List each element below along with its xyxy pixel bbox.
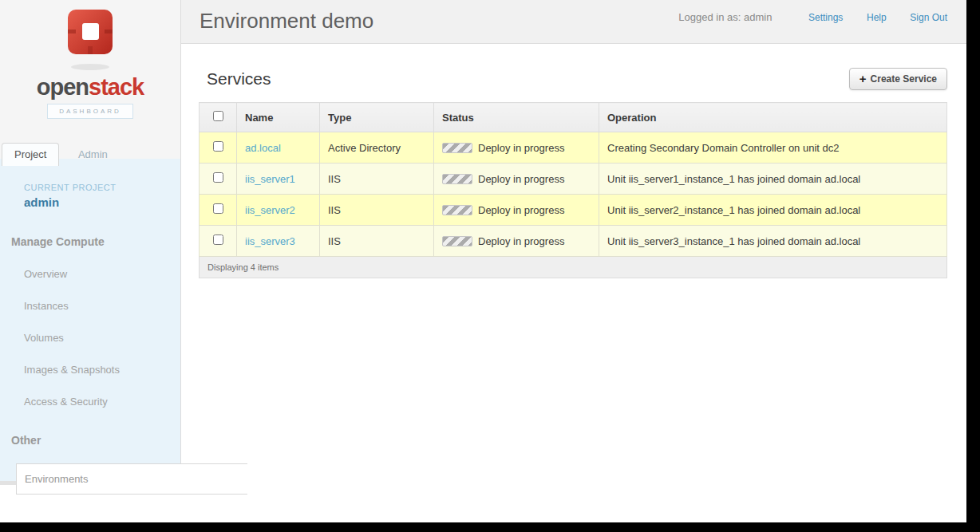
openstack-cube-icon bbox=[65, 8, 115, 72]
openstack-logo: openstack DASHBOARD bbox=[0, 0, 180, 119]
services-table: Name Type Status Operation ad.local Acti… bbox=[199, 102, 947, 278]
row-checkbox[interactable] bbox=[213, 234, 223, 245]
service-operation: Creating Secondary Domain Controller on … bbox=[599, 132, 947, 164]
sign-out-link[interactable]: Sign Out bbox=[910, 12, 947, 23]
service-name-link[interactable]: iis_server1 bbox=[245, 173, 295, 185]
select-all-cell bbox=[200, 103, 237, 132]
service-type: Active Directory bbox=[320, 132, 434, 164]
column-header-name: Name bbox=[237, 103, 320, 132]
page-header: Environment demo Logged in as: admin Set… bbox=[181, 0, 966, 44]
sidebar-panel: CURRENT PROJECT admin Manage Compute Ove… bbox=[0, 159, 180, 481]
service-status: Deploy in progress bbox=[478, 173, 564, 185]
table-row: iis_server1 IIS Deploy in progress Unit … bbox=[200, 164, 947, 195]
create-service-label: Create Service bbox=[871, 73, 937, 85]
create-service-button[interactable]: + Create Service bbox=[849, 68, 947, 90]
row-checkbox[interactable] bbox=[213, 203, 223, 214]
wordmark-open: open bbox=[37, 74, 89, 100]
table-row: iis_server2 IIS Deploy in progress Unit … bbox=[200, 195, 947, 226]
progress-bar-icon bbox=[442, 174, 472, 184]
table-row: iis_server3 IIS Deploy in progress Unit … bbox=[200, 226, 947, 257]
service-type: IIS bbox=[320, 164, 434, 195]
desktop-bottom-strip bbox=[0, 522, 980, 532]
current-project-label: CURRENT PROJECT bbox=[24, 183, 180, 192]
sidebar-item-environments[interactable]: Environments bbox=[16, 463, 247, 495]
table-row: ad.local Active Directory Deploy in prog… bbox=[200, 132, 947, 164]
tab-project[interactable]: Project bbox=[2, 143, 59, 166]
table-header-row: Name Type Status Operation bbox=[200, 103, 947, 132]
service-type: IIS bbox=[320, 226, 434, 257]
row-checkbox[interactable] bbox=[213, 172, 223, 183]
column-header-operation: Operation bbox=[599, 103, 947, 132]
sidebar-item-overview[interactable]: Overview bbox=[24, 268, 180, 280]
settings-link[interactable]: Settings bbox=[808, 12, 843, 23]
service-operation: Unit iis_server1_instance_1 has joined d… bbox=[599, 164, 947, 195]
wordmark-stack: stack bbox=[89, 74, 144, 100]
service-name-link[interactable]: iis_server2 bbox=[245, 204, 295, 216]
dashboard-badge: DASHBOARD bbox=[47, 104, 133, 119]
row-checkbox[interactable] bbox=[213, 141, 223, 152]
current-project-block: CURRENT PROJECT admin bbox=[24, 183, 180, 209]
service-name-link[interactable]: ad.local bbox=[245, 142, 281, 154]
column-header-type: Type bbox=[320, 103, 434, 132]
service-name-link[interactable]: iis_server3 bbox=[245, 235, 295, 247]
section-heading-other: Other bbox=[11, 434, 180, 447]
service-operation: Unit iis_server3_instance_1 has joined d… bbox=[599, 226, 947, 257]
services-header-row: Services + Create Service bbox=[199, 68, 947, 90]
progress-bar-icon bbox=[442, 236, 472, 246]
current-project-name: admin bbox=[24, 195, 180, 209]
items-count: Displaying 4 items bbox=[200, 257, 947, 278]
service-status: Deploy in progress bbox=[478, 142, 564, 154]
sidebar-item-volumes[interactable]: Volumes bbox=[24, 332, 180, 344]
progress-bar-icon bbox=[442, 205, 472, 215]
user-links: Logged in as: admin Settings Help Sign O… bbox=[678, 11, 947, 23]
column-header-status: Status bbox=[434, 103, 599, 132]
service-operation: Unit iis_server2_instance_1 has joined d… bbox=[599, 195, 947, 226]
sidebar-item-images-snapshots[interactable]: Images & Snapshots bbox=[24, 364, 180, 376]
services-title: Services bbox=[207, 69, 271, 89]
openstack-wordmark: openstack bbox=[0, 75, 180, 99]
service-status: Deploy in progress bbox=[478, 235, 564, 247]
select-all-checkbox[interactable] bbox=[213, 111, 223, 121]
table-footer-row: Displaying 4 items bbox=[200, 257, 947, 278]
plus-icon: + bbox=[859, 74, 867, 84]
sidebar-item-access-security[interactable]: Access & Security bbox=[24, 396, 180, 408]
help-link[interactable]: Help bbox=[867, 12, 887, 23]
service-type: IIS bbox=[320, 195, 434, 226]
sidebar: openstack DASHBOARD Project Admin CURREN… bbox=[0, 0, 181, 485]
page: openstack DASHBOARD Project Admin CURREN… bbox=[0, 0, 980, 532]
page-title: Environment demo bbox=[200, 9, 373, 33]
sidebar-item-instances[interactable]: Instances bbox=[24, 300, 180, 312]
content-area: Environment demo Logged in as: admin Set… bbox=[181, 0, 966, 522]
service-status: Deploy in progress bbox=[478, 204, 564, 216]
logged-in-as: Logged in as: admin bbox=[678, 11, 772, 23]
section-heading-manage-compute: Manage Compute bbox=[11, 235, 180, 248]
progress-bar-icon bbox=[442, 143, 472, 153]
desktop-right-strip bbox=[966, 0, 980, 532]
